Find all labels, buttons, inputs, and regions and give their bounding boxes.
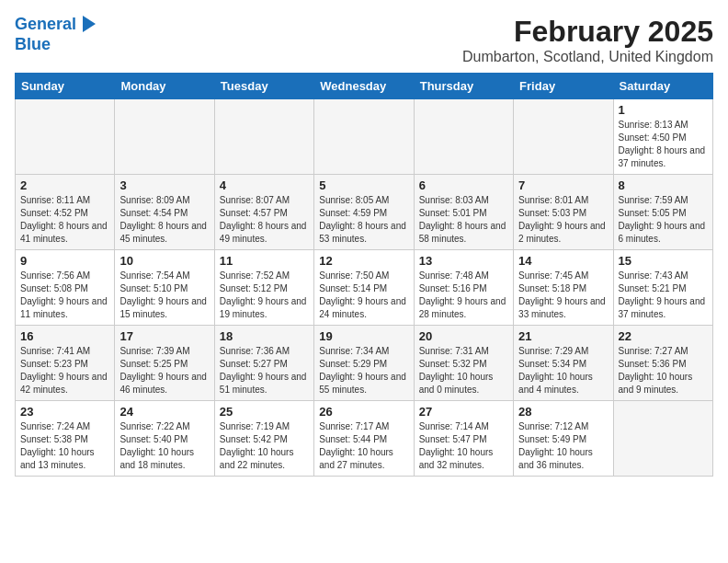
day-number: 16 bbox=[20, 329, 109, 343]
col-monday: Monday bbox=[115, 74, 214, 99]
day-info: Sunrise: 7:54 AM Sunset: 5:10 PM Dayligh… bbox=[119, 270, 209, 321]
day-number: 27 bbox=[419, 405, 508, 419]
day-number: 24 bbox=[119, 405, 209, 419]
day-info: Sunrise: 7:41 AM Sunset: 5:23 PM Dayligh… bbox=[20, 345, 109, 396]
page-header: General Blue February 2025 Dumbarton, Sc… bbox=[15, 15, 713, 65]
day-number: 19 bbox=[319, 329, 408, 343]
calendar-cell bbox=[414, 99, 513, 175]
day-number: 3 bbox=[119, 178, 209, 192]
day-number: 20 bbox=[419, 329, 508, 343]
calendar-cell: 7Sunrise: 8:01 AM Sunset: 5:03 PM Daylig… bbox=[514, 175, 613, 250]
col-friday: Friday bbox=[514, 74, 613, 99]
day-number: 12 bbox=[319, 254, 408, 268]
day-number: 25 bbox=[220, 405, 309, 419]
day-info: Sunrise: 7:39 AM Sunset: 5:25 PM Dayligh… bbox=[119, 345, 209, 396]
day-info: Sunrise: 7:14 AM Sunset: 5:47 PM Dayligh… bbox=[419, 420, 508, 472]
day-info: Sunrise: 7:48 AM Sunset: 5:16 PM Dayligh… bbox=[419, 270, 508, 321]
col-sunday: Sunday bbox=[16, 74, 115, 99]
calendar-cell: 1Sunrise: 8:13 AM Sunset: 4:50 PM Daylig… bbox=[613, 99, 712, 175]
day-info: Sunrise: 7:29 AM Sunset: 5:34 PM Dayligh… bbox=[518, 345, 608, 396]
day-number: 15 bbox=[619, 254, 708, 268]
calendar-cell bbox=[613, 401, 712, 477]
calendar-cell: 10Sunrise: 7:54 AM Sunset: 5:10 PM Dayli… bbox=[115, 250, 214, 326]
day-info: Sunrise: 7:27 AM Sunset: 5:36 PM Dayligh… bbox=[619, 345, 708, 396]
day-info: Sunrise: 7:59 AM Sunset: 5:05 PM Dayligh… bbox=[619, 194, 708, 246]
day-number: 28 bbox=[518, 405, 608, 419]
day-number: 22 bbox=[619, 329, 708, 343]
calendar-header-row: Sunday Monday Tuesday Wednesday Thursday… bbox=[16, 74, 713, 99]
title-block: February 2025 Dumbarton, Scotland, Unite… bbox=[462, 15, 713, 65]
calendar-cell: 22Sunrise: 7:27 AM Sunset: 5:36 PM Dayli… bbox=[613, 326, 712, 401]
col-saturday: Saturday bbox=[613, 74, 712, 99]
col-thursday: Thursday bbox=[414, 74, 513, 99]
calendar-cell: 13Sunrise: 7:48 AM Sunset: 5:16 PM Dayli… bbox=[414, 250, 513, 326]
day-number: 21 bbox=[518, 329, 608, 343]
logo: General Blue bbox=[15, 15, 97, 54]
day-number: 17 bbox=[119, 329, 209, 343]
day-info: Sunrise: 7:34 AM Sunset: 5:29 PM Dayligh… bbox=[319, 345, 408, 396]
calendar-cell: 2Sunrise: 8:11 AM Sunset: 4:52 PM Daylig… bbox=[16, 175, 115, 250]
calendar-cell bbox=[16, 99, 115, 175]
day-number: 7 bbox=[518, 178, 608, 192]
calendar-table: Sunday Monday Tuesday Wednesday Thursday… bbox=[15, 73, 713, 477]
calendar-cell: 25Sunrise: 7:19 AM Sunset: 5:42 PM Dayli… bbox=[214, 401, 313, 477]
day-info: Sunrise: 7:56 AM Sunset: 5:08 PM Dayligh… bbox=[20, 270, 109, 321]
day-info: Sunrise: 7:22 AM Sunset: 5:40 PM Dayligh… bbox=[119, 420, 209, 472]
day-number: 14 bbox=[518, 254, 608, 268]
day-number: 1 bbox=[619, 103, 708, 117]
day-info: Sunrise: 7:17 AM Sunset: 5:44 PM Dayligh… bbox=[319, 420, 408, 472]
calendar-cell: 16Sunrise: 7:41 AM Sunset: 5:23 PM Dayli… bbox=[16, 326, 115, 401]
day-info: Sunrise: 8:11 AM Sunset: 4:52 PM Dayligh… bbox=[20, 194, 109, 246]
day-info: Sunrise: 7:43 AM Sunset: 5:21 PM Dayligh… bbox=[619, 270, 708, 321]
calendar-cell: 26Sunrise: 7:17 AM Sunset: 5:44 PM Dayli… bbox=[314, 401, 414, 477]
calendar-cell: 8Sunrise: 7:59 AM Sunset: 5:05 PM Daylig… bbox=[613, 175, 712, 250]
day-number: 13 bbox=[419, 254, 508, 268]
logo-text: General bbox=[15, 15, 96, 35]
calendar-cell: 17Sunrise: 7:39 AM Sunset: 5:25 PM Dayli… bbox=[115, 326, 214, 401]
calendar-cell: 6Sunrise: 8:03 AM Sunset: 5:01 PM Daylig… bbox=[414, 175, 513, 250]
calendar-cell bbox=[115, 99, 214, 175]
day-number: 10 bbox=[119, 254, 209, 268]
day-info: Sunrise: 7:31 AM Sunset: 5:32 PM Dayligh… bbox=[419, 345, 508, 396]
day-info: Sunrise: 8:01 AM Sunset: 5:03 PM Dayligh… bbox=[518, 194, 608, 246]
calendar-cell: 27Sunrise: 7:14 AM Sunset: 5:47 PM Dayli… bbox=[414, 401, 513, 477]
calendar-cell: 5Sunrise: 8:05 AM Sunset: 4:59 PM Daylig… bbox=[314, 175, 414, 250]
calendar-cell: 15Sunrise: 7:43 AM Sunset: 5:21 PM Dayli… bbox=[613, 250, 712, 326]
calendar-cell: 12Sunrise: 7:50 AM Sunset: 5:14 PM Dayli… bbox=[314, 250, 414, 326]
calendar-cell: 4Sunrise: 8:07 AM Sunset: 4:57 PM Daylig… bbox=[214, 175, 313, 250]
calendar-cell: 3Sunrise: 8:09 AM Sunset: 4:54 PM Daylig… bbox=[115, 175, 214, 250]
day-number: 8 bbox=[619, 178, 708, 192]
page-subtitle: Dumbarton, Scotland, United Kingdom bbox=[462, 49, 713, 65]
calendar-cell: 9Sunrise: 7:56 AM Sunset: 5:08 PM Daylig… bbox=[16, 250, 115, 326]
day-info: Sunrise: 7:50 AM Sunset: 5:14 PM Dayligh… bbox=[319, 270, 408, 321]
day-number: 23 bbox=[20, 405, 109, 419]
day-info: Sunrise: 8:03 AM Sunset: 5:01 PM Dayligh… bbox=[419, 194, 508, 246]
day-number: 6 bbox=[419, 178, 508, 192]
calendar-cell: 19Sunrise: 7:34 AM Sunset: 5:29 PM Dayli… bbox=[314, 326, 414, 401]
day-number: 9 bbox=[20, 254, 109, 268]
day-number: 26 bbox=[319, 405, 408, 419]
calendar-week-row: 1Sunrise: 8:13 AM Sunset: 4:50 PM Daylig… bbox=[16, 99, 713, 175]
col-wednesday: Wednesday bbox=[314, 74, 414, 99]
calendar-cell bbox=[314, 99, 414, 175]
day-number: 11 bbox=[220, 254, 309, 268]
day-info: Sunrise: 7:24 AM Sunset: 5:38 PM Dayligh… bbox=[20, 420, 109, 472]
calendar-cell: 14Sunrise: 7:45 AM Sunset: 5:18 PM Dayli… bbox=[514, 250, 613, 326]
day-info: Sunrise: 8:09 AM Sunset: 4:54 PM Dayligh… bbox=[119, 194, 209, 246]
col-tuesday: Tuesday bbox=[214, 74, 313, 99]
day-number: 5 bbox=[319, 178, 408, 192]
day-number: 18 bbox=[220, 329, 309, 343]
calendar-week-row: 9Sunrise: 7:56 AM Sunset: 5:08 PM Daylig… bbox=[16, 250, 713, 326]
calendar-cell: 23Sunrise: 7:24 AM Sunset: 5:38 PM Dayli… bbox=[16, 401, 115, 477]
day-info: Sunrise: 7:36 AM Sunset: 5:27 PM Dayligh… bbox=[220, 345, 309, 396]
calendar-cell bbox=[514, 99, 613, 175]
calendar-cell: 20Sunrise: 7:31 AM Sunset: 5:32 PM Dayli… bbox=[414, 326, 513, 401]
day-info: Sunrise: 7:52 AM Sunset: 5:12 PM Dayligh… bbox=[220, 270, 309, 321]
day-info: Sunrise: 7:12 AM Sunset: 5:49 PM Dayligh… bbox=[518, 420, 608, 472]
calendar-cell: 28Sunrise: 7:12 AM Sunset: 5:49 PM Dayli… bbox=[514, 401, 613, 477]
calendar-cell bbox=[214, 99, 313, 175]
calendar-cell: 24Sunrise: 7:22 AM Sunset: 5:40 PM Dayli… bbox=[115, 401, 214, 477]
calendar-cell: 11Sunrise: 7:52 AM Sunset: 5:12 PM Dayli… bbox=[214, 250, 313, 326]
calendar-week-row: 16Sunrise: 7:41 AM Sunset: 5:23 PM Dayli… bbox=[16, 326, 713, 401]
calendar-week-row: 2Sunrise: 8:11 AM Sunset: 4:52 PM Daylig… bbox=[16, 175, 713, 250]
